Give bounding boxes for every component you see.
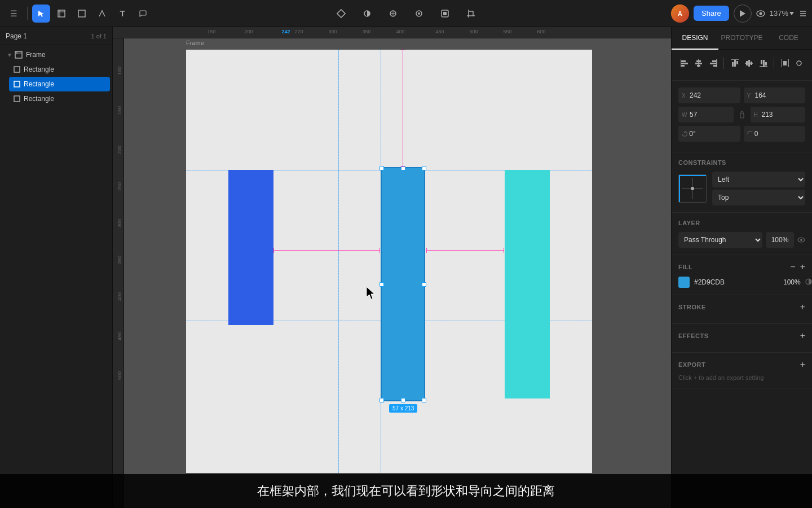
dist-line-h2 bbox=[426, 250, 504, 251]
rect-mid-selected[interactable] bbox=[381, 167, 425, 401]
rot-corner-row bbox=[678, 126, 805, 142]
align-top-icon bbox=[731, 59, 739, 67]
rect-cyan-3[interactable] bbox=[505, 170, 550, 398]
tab-code[interactable]: CODE bbox=[765, 27, 812, 50]
more-options-button[interactable] bbox=[798, 9, 807, 18]
ruler-v-label-350: 350 bbox=[117, 256, 122, 264]
handle-tr[interactable] bbox=[422, 166, 426, 170]
handle-bc[interactable] bbox=[401, 398, 405, 402]
ruler-v-label-200: 200 bbox=[117, 146, 122, 154]
menu-button[interactable]: ☰ bbox=[5, 5, 23, 23]
mask-icon bbox=[363, 9, 372, 18]
blend-mode-select[interactable]: Pass Through Normal Darken Multiply Ligh… bbox=[678, 232, 762, 248]
constraints-grid: Left Right Left and Right Center Scale T… bbox=[678, 172, 805, 205]
x-input-group: X 242 bbox=[678, 87, 740, 103]
stroke-title: STROKE bbox=[678, 304, 706, 310]
layer-rect-1[interactable]: Rectangle bbox=[9, 62, 110, 77]
component-icon-btn[interactable] bbox=[332, 5, 350, 23]
share-button[interactable]: Share bbox=[694, 6, 729, 21]
lock-icon bbox=[739, 111, 745, 119]
align-top-btn[interactable] bbox=[729, 56, 740, 70]
svg-rect-43 bbox=[734, 60, 736, 67]
handle-br[interactable] bbox=[422, 398, 426, 402]
distribute-h-btn[interactable] bbox=[779, 56, 791, 70]
ruler-v-label-500: 500 bbox=[117, 371, 122, 380]
ruler-v-label-100: 100 bbox=[117, 67, 122, 75]
layer-frame[interactable]: ▼ Frame bbox=[2, 47, 110, 62]
tab-design[interactable]: DESIGN bbox=[672, 27, 718, 50]
align-middle-btn[interactable] bbox=[743, 56, 755, 70]
svg-marker-0 bbox=[38, 11, 44, 17]
layer-rect-2[interactable]: Rectangle bbox=[9, 77, 110, 91]
canvas-content: Frame bbox=[124, 38, 671, 508]
preview-eye-button[interactable] bbox=[756, 10, 765, 17]
svg-point-61 bbox=[800, 239, 802, 241]
play-button[interactable] bbox=[734, 5, 752, 23]
handle-tl[interactable] bbox=[379, 166, 384, 170]
corner-input[interactable] bbox=[754, 130, 802, 138]
handle-ml[interactable] bbox=[379, 282, 384, 287]
rect-tool-button[interactable] bbox=[73, 5, 91, 23]
align-bottom-btn[interactable] bbox=[757, 56, 769, 70]
align-right-btn[interactable] bbox=[707, 56, 719, 70]
handle-mr[interactable] bbox=[422, 282, 426, 287]
comment-tool-button[interactable] bbox=[134, 5, 152, 23]
handle-bl[interactable] bbox=[379, 398, 384, 402]
lock-ratio-btn[interactable] bbox=[737, 107, 747, 122]
artboard-frame[interactable]: Frame bbox=[186, 50, 592, 473]
tab-prototype[interactable]: PROTOTYPE bbox=[718, 27, 765, 50]
union-icon-btn[interactable] bbox=[384, 5, 402, 23]
rot-input[interactable] bbox=[689, 130, 736, 138]
layer-title: LAYER bbox=[678, 220, 805, 226]
align-center-h-btn[interactable] bbox=[692, 56, 704, 70]
align-row-1 bbox=[678, 56, 805, 70]
align-extra-btn[interactable] bbox=[793, 56, 805, 70]
frame-tool-button[interactable] bbox=[52, 5, 70, 23]
ruler-top: 150 200 242 270 300 350 400 450 500 550 … bbox=[113, 27, 671, 38]
fill-hex-input[interactable] bbox=[694, 278, 779, 286]
h-input[interactable]: 213 bbox=[762, 111, 802, 119]
align-left-btn[interactable] bbox=[678, 56, 690, 70]
rect2-layer-icon bbox=[14, 81, 20, 87]
svg-point-57 bbox=[797, 61, 801, 65]
export-section: EXPORT + Click + to add an export settin… bbox=[672, 353, 812, 388]
transform-section: X 242 Y 164 W 57 H 213 bbox=[672, 81, 812, 152]
opacity-input[interactable] bbox=[766, 232, 794, 248]
fill-opacity-display: 100% bbox=[783, 278, 801, 286]
constraint-v-select[interactable]: Top Bottom Top and Bottom Center Scale bbox=[712, 190, 805, 205]
crop-icon-btn[interactable] bbox=[462, 5, 480, 23]
fill-color-swatch[interactable] bbox=[678, 277, 690, 288]
fill-remove-btn[interactable]: − bbox=[790, 262, 795, 272]
canvas-area[interactable]: 150 200 242 270 300 350 400 450 500 550 … bbox=[113, 27, 671, 508]
layer-section: LAYER Pass Through Normal Darken Multipl… bbox=[672, 213, 812, 255]
select-tool-button[interactable] bbox=[32, 5, 50, 23]
text-tool-icon: T bbox=[120, 8, 125, 18]
svg-rect-32 bbox=[681, 65, 685, 67]
mask-icon-btn[interactable] bbox=[358, 5, 376, 23]
page-bar: Page 1 1 of 1 bbox=[0, 27, 112, 45]
x-label: X bbox=[682, 93, 687, 99]
pen-tool-button[interactable] bbox=[93, 5, 111, 23]
fill-add-btn[interactable]: + bbox=[800, 262, 805, 272]
fill-style-btn[interactable] bbox=[805, 278, 812, 287]
union-icon bbox=[389, 9, 398, 18]
text-tool-button[interactable]: T bbox=[113, 5, 131, 23]
layer-visibility-btn[interactable] bbox=[797, 236, 805, 244]
align-divider-2 bbox=[774, 58, 774, 69]
avatar-image: A bbox=[671, 5, 689, 23]
stroke-add-btn[interactable]: + bbox=[800, 302, 805, 312]
flip-icon-btn[interactable] bbox=[410, 5, 428, 23]
constraint-h-select[interactable]: Left Right Left and Right Center Scale bbox=[712, 172, 805, 187]
export-add-btn[interactable]: + bbox=[800, 360, 805, 370]
w-input[interactable]: 57 bbox=[690, 111, 730, 119]
effects-add-btn[interactable]: + bbox=[800, 331, 805, 341]
rect-blue-1[interactable] bbox=[228, 170, 273, 325]
toolbar: ☰ T bbox=[0, 0, 812, 27]
dist-icon-btn[interactable] bbox=[436, 5, 454, 23]
y-input[interactable]: 164 bbox=[755, 91, 802, 99]
layer-rect-3[interactable]: Rectangle bbox=[9, 91, 110, 106]
h-input-group: H 213 bbox=[751, 107, 806, 122]
svg-marker-16 bbox=[740, 10, 745, 17]
zoom-display[interactable]: 137% bbox=[770, 9, 794, 17]
x-input[interactable]: 242 bbox=[690, 91, 737, 99]
